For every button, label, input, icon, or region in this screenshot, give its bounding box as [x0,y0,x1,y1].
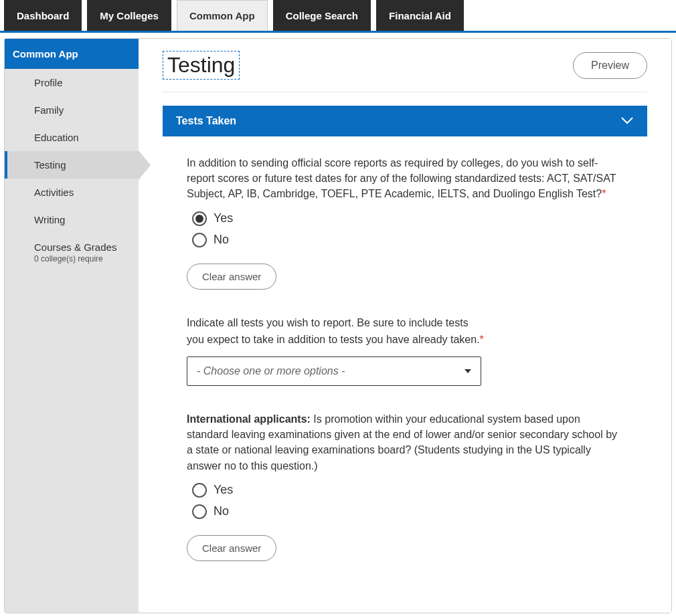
sidebar-item-writing[interactable]: Writing [5,206,139,233]
question-text: International applicants: Is promotion w… [187,411,623,474]
tab-college-search[interactable]: College Search [273,0,371,31]
sidebar-item-label: Writing [34,214,65,225]
select-placeholder: - Choose one or more options - [197,365,345,377]
section-title: Tests Taken [176,115,236,127]
sidebar-item-family[interactable]: Family [5,96,139,124]
radio-icon [192,504,207,519]
sidebar-item-activities[interactable]: Activities [5,179,139,206]
caret-down-icon [464,369,471,373]
radio-label: No [214,233,229,247]
tab-financial-aid[interactable]: Financial Aid [376,0,464,31]
radio-option-no[interactable]: No [187,504,623,519]
chevron-down-icon [620,115,634,127]
tab-dashboard[interactable]: Dashboard [4,0,82,31]
sidebar-item-label: Activities [34,187,74,198]
radio-label: Yes [214,211,233,225]
radio-icon [192,483,207,498]
radio-icon [192,233,207,247]
question-bold-prefix: International applicants: [187,413,311,425]
radio-option-no[interactable]: No [187,233,623,247]
sidebar: Common App Profile Family Education Test… [5,39,139,613]
clear-answer-button[interactable]: Clear answer [187,264,276,290]
question-self-report: In addition to sending official score re… [163,136,647,296]
tab-common-app[interactable]: Common App [177,0,268,31]
top-tabs: Dashboard My Colleges Common App College… [0,0,676,33]
main-top: Testing Preview [163,51,647,92]
question-international: International applicants: Is promotion w… [163,393,647,568]
sidebar-item-sublabel: 0 college(s) require [34,254,128,264]
tab-my-colleges[interactable]: My Colleges [87,0,171,31]
radio-label: No [214,504,229,518]
question-text: In addition to sending official score re… [187,155,623,202]
clear-answer-button[interactable]: Clear answer [187,535,276,561]
radio-label: Yes [214,483,233,497]
tests-multiselect[interactable]: - Choose one or more options - [187,356,481,386]
sidebar-item-education[interactable]: Education [5,124,139,151]
page-wrap: Common App Profile Family Education Test… [4,38,672,613]
sidebar-item-label: Education [34,132,79,143]
sidebar-item-label: Courses & Grades [34,241,116,253]
main-content: Testing Preview Tests Taken In addition … [139,39,671,613]
page-title: Testing [163,51,240,80]
sidebar-header: Common App [5,39,139,69]
required-marker: * [602,188,606,199]
radio-option-yes[interactable]: Yes [187,211,623,226]
question-text-line2: you expect to take in addition to tests … [187,332,623,347]
question-tests-to-report: Indicate all tests you wish to report. B… [163,296,647,393]
sidebar-item-profile[interactable]: Profile [5,69,139,96]
radio-icon [192,211,207,226]
sidebar-item-label: Profile [34,77,63,88]
section-header-tests-taken[interactable]: Tests Taken [163,106,647,136]
required-marker: * [480,334,484,345]
question-text-line1: Indicate all tests you wish to report. B… [187,315,623,330]
sidebar-item-courses-grades[interactable]: Courses & Grades 0 college(s) require [5,233,139,272]
radio-option-yes[interactable]: Yes [187,483,623,498]
sidebar-item-label: Testing [34,159,66,171]
preview-button[interactable]: Preview [573,52,647,79]
sidebar-item-testing[interactable]: Testing [5,151,139,179]
sidebar-item-label: Family [34,104,64,116]
